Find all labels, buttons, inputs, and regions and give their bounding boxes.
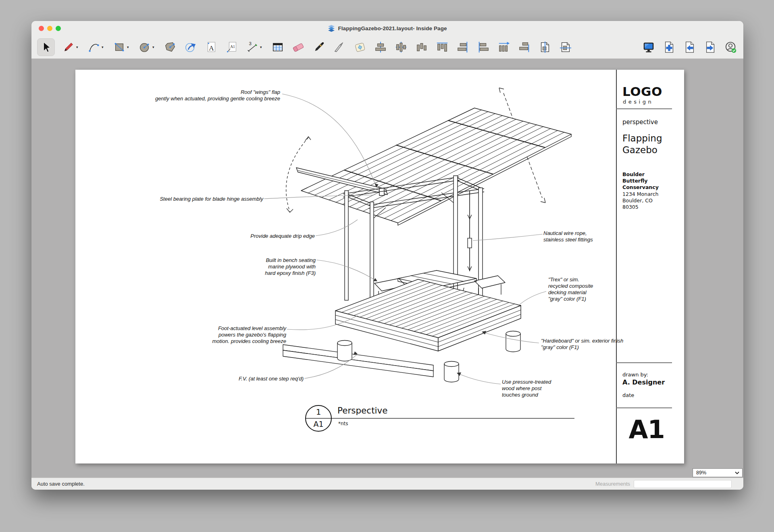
center-page-horizontal-icon xyxy=(559,41,572,54)
next-page-icon xyxy=(704,41,717,54)
step-group xyxy=(283,345,433,377)
eraser-tool[interactable] xyxy=(291,40,305,54)
arc-tool[interactable] xyxy=(87,40,101,54)
annotation-bearing-plate[interactable]: Steel bearing plate for blade hinge asse… xyxy=(160,196,263,202)
drawing-title[interactable]: Perspective xyxy=(337,405,388,416)
style-eyedropper-tool[interactable] xyxy=(312,40,326,54)
arc-tool-group: ▾ xyxy=(87,40,106,54)
dimension-glyph: 3 xyxy=(249,41,252,46)
drawing-scale[interactable]: *nts xyxy=(338,421,348,426)
annotation-siding[interactable]: "Hardieboard" or sim. exterior finish "g… xyxy=(541,338,623,351)
status-bar: Auto save complete. Measurements xyxy=(31,478,743,490)
account-button[interactable] xyxy=(724,40,738,54)
stamp-style-icon xyxy=(354,41,366,54)
chevron-down-icon xyxy=(735,472,739,474)
drawing-sheet-ref: A1 xyxy=(313,420,323,428)
align-center-y-button[interactable] xyxy=(394,40,408,54)
title-block-divider xyxy=(616,70,617,463)
table-tool[interactable] xyxy=(271,40,285,54)
canvas-area[interactable]: Roof "wings" flap gently when actuated, … xyxy=(31,59,743,478)
text-tool[interactable]: A xyxy=(204,40,218,54)
annotation-roof-wings[interactable]: Roof "wings" flap gently when actuated, … xyxy=(155,89,280,102)
annotation-wire-rope[interactable]: Nautical wire rope, stainless steel fitt… xyxy=(543,230,593,243)
polygon-tool[interactable] xyxy=(163,40,177,54)
rectangle-tool-caret[interactable]: ▾ xyxy=(127,45,131,49)
logo-secondary[interactable]: design xyxy=(623,99,653,105)
distribute-horizontally-button[interactable] xyxy=(497,40,511,54)
drawing-number: 1 xyxy=(316,407,321,416)
space-evenly-button[interactable] xyxy=(415,40,429,54)
align-right-button[interactable] xyxy=(456,40,470,54)
client-address[interactable]: 1234 Monarch Boulder, CO 80305 xyxy=(622,191,658,211)
arc-icon xyxy=(87,41,100,54)
close-button[interactable] xyxy=(39,26,44,31)
dimension-tool[interactable]: 3 xyxy=(246,40,259,54)
line-tool[interactable] xyxy=(62,40,75,54)
wire-rope-group xyxy=(468,191,472,271)
annotation-bench[interactable]: Built in bench seating marine plywood wi… xyxy=(265,257,316,276)
align-right-edges-button[interactable] xyxy=(518,40,531,54)
distribute-horizontally-icon xyxy=(497,41,510,54)
select-tool[interactable] xyxy=(37,38,55,56)
annotation-foot-lever[interactable]: Foot-actuated level assembly powers the … xyxy=(212,325,286,345)
rectangle-icon xyxy=(113,41,126,54)
paper-sheet[interactable]: Roof "wings" flap gently when actuated, … xyxy=(75,70,684,463)
center-on-page-vertical-button[interactable] xyxy=(538,40,552,54)
center-page-vertical-icon xyxy=(539,41,551,54)
view-label[interactable]: perspective xyxy=(622,118,658,126)
line-tool-group: ▾ xyxy=(62,40,80,54)
date-label[interactable]: date xyxy=(622,392,634,398)
space-evenly-icon xyxy=(415,41,428,54)
arc-tool-caret[interactable]: ▾ xyxy=(102,45,106,49)
rectangle-tool[interactable] xyxy=(112,40,126,54)
next-page-button[interactable] xyxy=(703,40,717,54)
maximize-button[interactable] xyxy=(56,26,61,31)
sheet-number[interactable]: A1 xyxy=(616,415,677,444)
project-title[interactable]: Flapping Gazebo xyxy=(622,133,662,156)
align-left-button[interactable] xyxy=(476,40,490,54)
pencil-icon xyxy=(62,41,75,54)
previous-page-button[interactable] xyxy=(683,40,697,54)
split-tool[interactable] xyxy=(333,40,346,54)
align-center-y-icon xyxy=(395,41,408,54)
line-tool-caret[interactable]: ▾ xyxy=(76,45,80,49)
align-right-edges-icon xyxy=(518,41,531,54)
align-center-x-button[interactable] xyxy=(374,40,387,54)
align-right-icon xyxy=(456,41,469,54)
circle-tool-caret[interactable]: ▾ xyxy=(152,45,156,49)
polygon-icon xyxy=(164,41,177,54)
text-tool-glyph: A xyxy=(209,44,214,52)
drawn-by-label: drawn by: xyxy=(622,372,648,378)
annotation-step[interactable]: F.V. (at least one step req'd) xyxy=(239,376,304,382)
rectangle-tool-group: ▾ xyxy=(112,40,131,54)
annotation-decking[interactable]: "Trex" or sim. recycled composite deckin… xyxy=(548,276,593,302)
circle-tool-group: ▾ xyxy=(138,40,156,54)
label-tool-icon: A1 xyxy=(225,41,238,54)
center-on-page-horizontal-button[interactable] xyxy=(559,40,572,54)
offset-tool[interactable] xyxy=(184,40,198,54)
minimize-button[interactable] xyxy=(47,26,52,31)
add-page-button[interactable] xyxy=(662,40,676,54)
annotation-drip-edge[interactable]: Provide adequate drip edge xyxy=(250,233,315,239)
label-tool[interactable]: A1 xyxy=(225,40,239,54)
logo-primary[interactable]: LOGO xyxy=(622,84,662,99)
label-tool-glyph: A1 xyxy=(230,44,235,48)
toolbar-right-group xyxy=(642,40,738,54)
start-presentation-button[interactable] xyxy=(642,40,655,54)
annotation-post-base[interactable]: Use pressure-treated wood where post tou… xyxy=(502,379,551,398)
drawing-label-bubble[interactable]: 1 A1 xyxy=(305,405,332,432)
drawn-by-value[interactable]: A. Designer xyxy=(622,378,665,386)
eyedropper-icon xyxy=(312,41,325,54)
titlebar: FlappingGazebo-2021.layout- Inside Page xyxy=(31,21,743,35)
align-top-button[interactable] xyxy=(435,40,449,54)
style-tool[interactable] xyxy=(353,40,367,54)
add-page-icon xyxy=(663,41,676,54)
status-message: Auto save complete. xyxy=(37,481,85,487)
client-name[interactable]: Boulder Butterfly Conservancy xyxy=(622,171,659,191)
measurements-input[interactable] xyxy=(634,480,732,488)
dimension-tool-caret[interactable]: ▾ xyxy=(260,45,264,49)
zoom-level-select[interactable]: 89% xyxy=(693,468,743,477)
presentation-monitor-icon xyxy=(642,41,655,54)
table-icon xyxy=(271,41,284,54)
circle-tool[interactable] xyxy=(138,40,152,54)
